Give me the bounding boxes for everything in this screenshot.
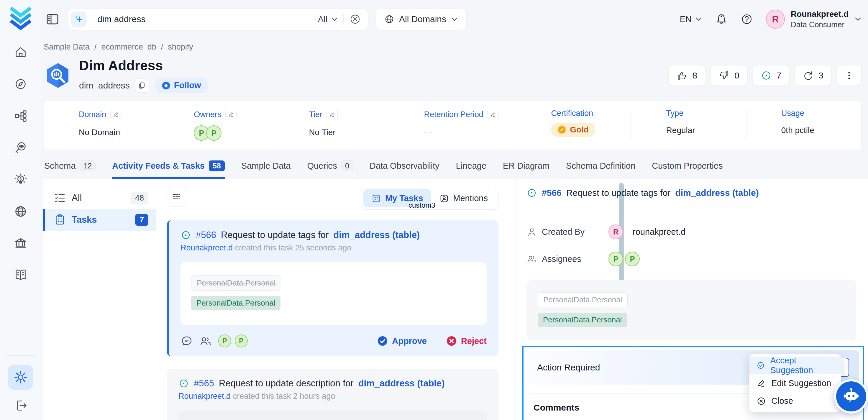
chevron-down-icon xyxy=(695,17,702,22)
person-icon xyxy=(526,227,537,237)
task-assignee-avatar[interactable]: P xyxy=(218,334,231,348)
task-card-566[interactable]: #566 Request to update tags for dim_addr… xyxy=(167,220,498,356)
clear-search-icon[interactable] xyxy=(349,13,361,25)
edit-owners-button[interactable] xyxy=(225,109,237,120)
thumbs-up-icon xyxy=(676,70,687,81)
assignees-icon[interactable] xyxy=(199,335,212,347)
copy-name-button[interactable] xyxy=(135,79,149,93)
approve-button[interactable]: Approve xyxy=(377,336,427,346)
breadcrumb-item[interactable]: ecommerce_db xyxy=(101,42,156,52)
governance-icon[interactable] xyxy=(14,237,27,250)
reject-x-icon xyxy=(446,336,457,346)
sidebar-toggle-icon[interactable] xyxy=(45,12,60,26)
tab-data-observability[interactable]: Data Observability xyxy=(370,160,439,179)
settings-button[interactable] xyxy=(8,365,33,390)
comment-icon[interactable] xyxy=(181,335,193,347)
tab-queries[interactable]: Queries0 xyxy=(307,160,353,179)
tasks-count-button[interactable]: 7 xyxy=(753,65,789,86)
usage-value: 0th pctile xyxy=(781,126,861,135)
edit-tier-button[interactable] xyxy=(327,109,338,120)
chevron-down-icon xyxy=(451,17,458,22)
language-dropdown[interactable]: EN xyxy=(680,14,702,24)
tab-schema-definition[interactable]: Schema Definition xyxy=(566,160,635,179)
task-asset-link[interactable]: dim_address (table) xyxy=(333,230,420,240)
task-id-link[interactable]: #565 xyxy=(194,378,214,389)
feed-view-toggle: My Tasks Mentions custom3 xyxy=(361,187,498,210)
user-avatar: R xyxy=(766,10,785,29)
added-tag: PersonalData.Personal xyxy=(191,296,280,310)
task-id-link[interactable]: #566 xyxy=(196,230,216,240)
discovery-icon[interactable] xyxy=(14,141,27,154)
breadcrumb-item[interactable]: shopify xyxy=(168,42,193,52)
reject-label: Reject xyxy=(461,336,487,346)
task-author-link[interactable]: Rounakpreet.d xyxy=(179,392,230,400)
logout-icon[interactable] xyxy=(14,399,27,412)
tab-schema[interactable]: Schema12 xyxy=(44,160,96,179)
task-status-icon xyxy=(181,230,191,240)
user-menu[interactable]: R Rounakpreet.d Data Consumer xyxy=(766,9,862,29)
metadata-summary-bar: Domain No Domain Owners P P Tier No Tier… xyxy=(44,101,862,150)
detail-asset-link[interactable]: dim_address (table) xyxy=(675,188,758,198)
task-asset-link[interactable]: dim_address (table) xyxy=(358,378,445,389)
reject-button[interactable]: Reject xyxy=(446,336,487,346)
tab-badge: 0 xyxy=(341,160,353,171)
all-domains-button[interactable]: All Domains xyxy=(376,8,467,30)
action-dropdown-menu: Accept Suggestion Edit Suggestion Close xyxy=(749,354,841,412)
menu-item-accept-suggestion[interactable]: Accept Suggestion xyxy=(749,357,841,374)
search-divider xyxy=(92,13,92,25)
assignees-row: Assignees P P xyxy=(526,251,856,266)
toggle-mentions[interactable]: Mentions xyxy=(431,189,496,207)
detail-task-id[interactable]: #566 xyxy=(542,188,562,198)
language-label: EN xyxy=(680,14,692,24)
task-author-link[interactable]: Rounakpreet.d xyxy=(181,243,233,252)
chevron-down-icon xyxy=(855,17,862,22)
approve-check-icon xyxy=(377,336,388,346)
more-actions-button[interactable] xyxy=(837,65,862,86)
filter-all[interactable]: All 48 xyxy=(43,187,156,209)
menu-item-close[interactable]: Close xyxy=(749,392,841,410)
glossary-book-icon[interactable] xyxy=(14,268,27,282)
tab-lineage[interactable]: Lineage xyxy=(456,160,486,179)
global-search: All xyxy=(67,8,368,30)
metadata-tier: Tier No Tier xyxy=(274,109,389,141)
search-input[interactable] xyxy=(97,14,313,24)
menu-item-label: Edit Suggestion xyxy=(771,379,831,388)
compass-icon[interactable] xyxy=(14,77,27,91)
notifications-bell-icon[interactable] xyxy=(715,13,727,25)
metadata-domain: Domain No Domain xyxy=(44,109,159,141)
gear-icon xyxy=(14,370,27,384)
breadcrumb-item[interactable]: Sample Data xyxy=(44,42,90,52)
filter-tasks[interactable]: Tasks 7 xyxy=(43,209,156,231)
tab-er-diagram[interactable]: ER Diagram xyxy=(503,160,550,179)
edit-domain-button[interactable] xyxy=(110,109,122,120)
task-card-565[interactable]: #565 Request to update description for d… xyxy=(167,369,498,420)
creator-avatar[interactable]: R xyxy=(609,224,623,239)
breadcrumb-separator: / xyxy=(94,42,97,52)
task-assignee-avatar[interactable]: P xyxy=(235,334,248,348)
tab-activity-feeds-tasks[interactable]: Activity Feeds & Tasks58 xyxy=(112,160,225,179)
home-icon[interactable] xyxy=(14,46,27,59)
atlan-logo-icon[interactable] xyxy=(8,6,33,32)
dislikes-button[interactable]: 0 xyxy=(711,65,747,86)
task-circle-icon xyxy=(761,70,772,81)
assignee-avatar[interactable]: P xyxy=(609,251,623,266)
likes-button[interactable]: 8 xyxy=(668,65,705,86)
refresh-count-button[interactable]: 3 xyxy=(795,65,831,86)
tab-custom-properties[interactable]: Custom Properties xyxy=(652,160,722,179)
user-role: Data Consumer xyxy=(791,20,848,29)
assignee-avatar[interactable]: P xyxy=(625,251,640,266)
ai-sparkles-icon[interactable] xyxy=(71,11,86,27)
tab-sample-data[interactable]: Sample Data xyxy=(241,160,291,179)
search-scope-dropdown[interactable]: All xyxy=(318,14,338,24)
chatbot-button[interactable] xyxy=(834,379,868,414)
follow-button[interactable]: Follow xyxy=(155,78,208,93)
insights-icon[interactable] xyxy=(14,173,27,186)
edit-retention-button[interactable] xyxy=(488,109,499,120)
owner-avatar[interactable]: P xyxy=(206,125,221,141)
metadata-usage: Usage 0th pctile xyxy=(746,109,861,141)
help-icon[interactable] xyxy=(741,13,753,25)
menu-item-edit-suggestion[interactable]: Edit Suggestion xyxy=(749,374,841,392)
feed-filter-button[interactable] xyxy=(167,187,186,206)
web-icon[interactable] xyxy=(14,205,27,218)
workflow-icon[interactable] xyxy=(14,109,27,123)
